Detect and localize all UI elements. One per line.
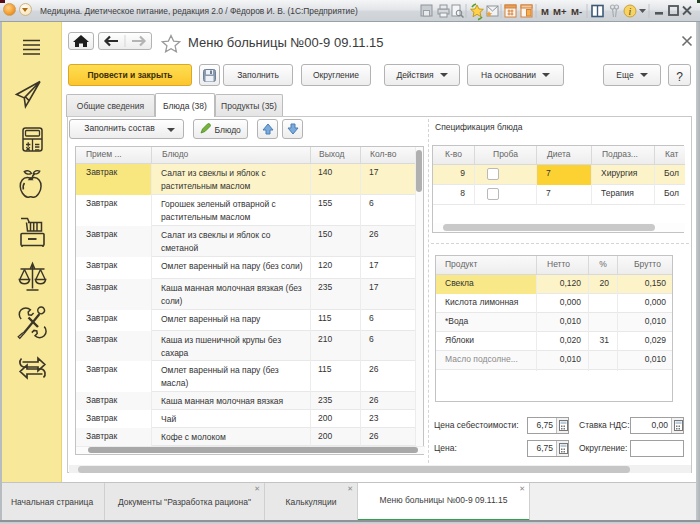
svg-text:M+: M+: [553, 6, 567, 17]
svg-text:M: M: [541, 6, 549, 17]
svg-text:i: i: [629, 6, 632, 17]
svg-text:M-: M-: [571, 6, 582, 17]
